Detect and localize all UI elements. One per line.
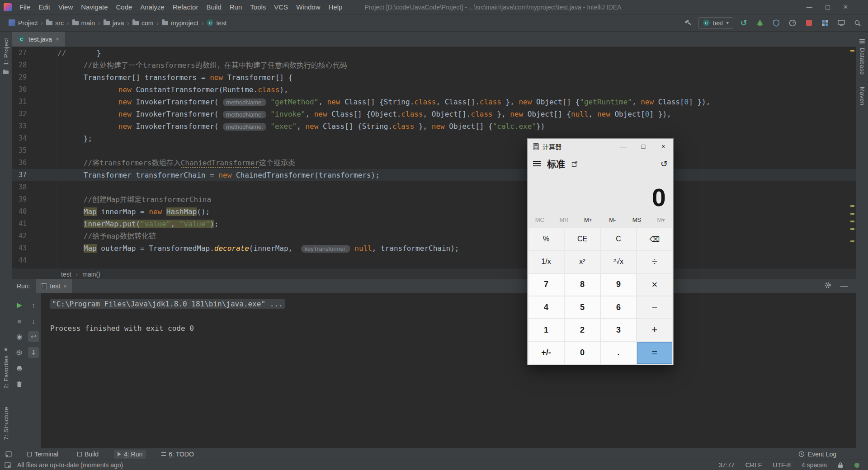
calc-key-plus[interactable]: + [637,319,672,341]
code-editor[interactable]: 27282930313233343536373839404142434445 /… [12,47,856,268]
calc-key-ce[interactable]: CE [565,228,600,250]
memory-m-minus[interactable]: M- [600,216,625,223]
rerun-button[interactable]: ▶ [14,300,25,310]
stop-process-button[interactable]: ■ [14,315,25,326]
calc-key-sqrt[interactable]: ²√x [601,251,636,273]
run-tab-close-icon[interactable]: × [63,283,67,290]
scroll-to-end-button[interactable]: ↧ [28,347,39,358]
calc-key-decimal[interactable]: . [601,342,636,364]
sidebar-item-project[interactable]: 1: Project [3,38,9,65]
up-stack-button[interactable]: ↑ [28,300,39,310]
breadcrumb-item-main[interactable]: main [70,19,97,27]
calc-key-0[interactable]: 0 [565,342,600,364]
tool-windows-grid-icon[interactable] [819,17,831,29]
menu-tools[interactable]: Tools [246,0,270,14]
calc-key-7[interactable]: 7 [528,274,564,296]
code-line[interactable]: Map innerMap = new HashMap(); [57,206,856,218]
menu-refactor[interactable]: Refactor [169,0,203,14]
menu-vcs[interactable]: VCS [270,0,292,14]
tool-window-switcher-icon[interactable] [5,451,12,457]
memory-ms[interactable]: MS [625,216,649,223]
menu-analyze[interactable]: Analyze [136,0,168,14]
code-line[interactable]: //创建Map并绑定transformerChina [57,193,856,206]
build-hammer-icon[interactable] [682,17,694,29]
run-tab-test[interactable]: test × [36,279,72,293]
menu-file[interactable]: File [15,0,34,14]
menu-help[interactable]: Help [325,0,347,14]
console[interactable]: "C:\Program Files\Java\jdk1.8.0_181\bin\… [41,293,856,448]
breadcrumb-item-src[interactable]: src [44,19,66,27]
calc-key-equals[interactable]: = [637,342,672,364]
trash-icon[interactable] [14,379,25,390]
sidebar-item-structure[interactable]: 7: Structure [3,407,9,440]
stop-button[interactable] [803,17,815,29]
calc-key-percent[interactable]: % [528,228,564,250]
gear-icon[interactable] [14,347,25,358]
screen-monitor-icon[interactable] [835,17,847,29]
sidebar-item-favorites[interactable]: 2: Favorites [3,355,9,389]
breadcrumb-file[interactable]: test [61,271,71,278]
calc-minimize-icon[interactable]: — [613,139,633,154]
minimize-icon[interactable]: — [807,4,812,10]
error-stripe-mark[interactable] [850,221,854,222]
toolwindow-4-run[interactable]: 4: Run [114,450,146,459]
code-line[interactable] [57,254,856,267]
code-line[interactable]: //此处构建了一个transformers的数组，在其中构建了任意函数执行的核心… [57,59,856,71]
code-line[interactable]: Map outerMap = TransformedMap.decorate(i… [57,242,856,254]
code-line[interactable] [57,181,856,193]
code-line[interactable]: //给予map数据转化链 [57,230,856,242]
toolwindow-build[interactable]: Build [74,450,102,459]
calc-key-4[interactable]: 4 [528,296,564,318]
error-stripe-mark[interactable] [850,228,854,230]
indent-setting[interactable]: 4 spaces [802,461,827,469]
debug-bug-icon[interactable] [754,17,766,29]
calc-key-backspace[interactable]: ⌫ [637,228,672,250]
code-line[interactable] [57,145,856,157]
memory-m-plus[interactable]: M+ [576,216,600,223]
code-line[interactable]: new InvokerTransformer( methodName: "inv… [57,108,856,120]
menu-view[interactable]: View [54,0,77,14]
calc-key-8[interactable]: 8 [565,274,600,296]
menu-window[interactable]: Window [292,0,324,14]
calc-title-bar[interactable]: 计算器 — □ × [528,139,673,154]
error-stripe-mark[interactable] [850,213,854,215]
calc-key-3[interactable]: 3 [601,319,636,341]
maximize-icon[interactable]: ▢ [825,4,830,10]
menu-run[interactable]: Run [226,0,246,14]
sidebar-item-database[interactable]: Database [859,48,866,75]
search-icon[interactable] [852,17,863,29]
code-line[interactable]: }; [57,132,856,145]
code-area[interactable]: // } //此处构建了一个transformers的数组，在其中构建了任意函数… [57,47,856,268]
caret-position[interactable]: 37:77 [719,461,735,469]
calc-key-divide[interactable]: ÷ [637,251,672,273]
code-line[interactable]: Transformer transformerChain = new Chain… [57,169,856,181]
menu-navigate[interactable]: Navigate [77,0,112,14]
file-encoding[interactable]: UTF-8 [773,461,791,469]
calc-key-negate[interactable]: +/- [528,342,564,364]
menu-edit[interactable]: Edit [34,0,54,14]
calc-maximize-icon[interactable]: □ [633,139,653,154]
code-line[interactable]: // } [57,47,856,59]
keep-on-top-icon[interactable] [571,160,578,167]
event-log-button[interactable]: Event Log [798,451,836,458]
printer-icon[interactable] [14,363,25,374]
code-line[interactable]: Transformer[] transformers = new Transfo… [57,71,856,84]
breadcrumb-item-java[interactable]: java [101,19,127,27]
breadcrumb-item-com[interactable]: com [130,19,156,27]
error-stripe-mark[interactable] [850,50,854,52]
toolwindow-terminal[interactable]: Terminal [24,450,62,459]
code-line[interactable]: new InvokerTransformer( methodName: "exe… [57,120,856,132]
calc-key-reciprocal[interactable]: 1/x [528,251,564,273]
code-line[interactable]: new ConstantTransformer(Runtime.class), [57,84,856,96]
calc-close-icon[interactable]: × [653,139,673,154]
status-toggle-icon[interactable] [5,462,11,468]
notifications-icon[interactable] [854,462,860,468]
history-icon[interactable]: ↺ [660,159,668,169]
calc-key-clear[interactable]: C [601,228,636,250]
hide-panel-icon[interactable]: — [840,282,848,290]
breadcrumb-item-project[interactable]: Project [6,19,40,27]
error-stripe-mark[interactable] [850,240,854,242]
lock-icon[interactable] [838,462,843,468]
sidebar-item-maven[interactable]: Maven [859,87,866,106]
error-stripe-mark[interactable] [850,205,854,207]
